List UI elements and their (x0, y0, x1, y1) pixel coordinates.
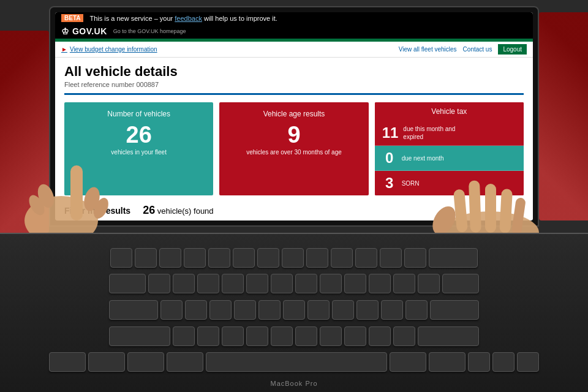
key-n[interactable] (295, 326, 317, 346)
key[interactable] (380, 248, 402, 268)
key-left[interactable] (468, 352, 490, 372)
key-slash[interactable] (393, 326, 415, 346)
key-p[interactable] (369, 274, 391, 293)
filter-bar: Filter my results 26 vehicle(s) found (64, 204, 524, 217)
key[interactable] (110, 248, 132, 268)
key-z[interactable] (173, 326, 195, 346)
key-x[interactable] (197, 326, 219, 346)
tax-row-1[interactable]: 0 due next month (375, 146, 524, 171)
govuk-header: ♔ GOV.UK Go to the GOV.UK homepage (55, 24, 533, 42)
key-q[interactable] (148, 274, 170, 293)
key-semicolon[interactable] (381, 300, 403, 320)
key-bracket-l[interactable] (393, 274, 415, 293)
key-c[interactable] (222, 326, 244, 346)
page-title: All vehicle details (64, 64, 524, 80)
service-header: ► View budget change information View al… (55, 42, 533, 58)
key-ctrl[interactable] (88, 352, 125, 372)
key-m[interactable] (320, 326, 342, 346)
key-space[interactable] (206, 352, 387, 372)
key-y[interactable] (271, 274, 293, 293)
keyboard-keys (49, 246, 539, 374)
side-object-right (539, 12, 588, 221)
key[interactable] (404, 248, 426, 268)
key[interactable] (233, 248, 255, 268)
key-f[interactable] (234, 300, 256, 320)
budget-info[interactable]: ► View budget change information (61, 46, 157, 53)
age-card-subtitle: vehicles are over 30 months of age (227, 149, 361, 156)
main-content: All vehicle details Fleet reference numb… (55, 58, 533, 221)
beta-text: This is a new service – your feedback wi… (89, 15, 277, 22)
vehicles-card: Number of vehicles 26 vehicles in your f… (64, 102, 213, 195)
key-a[interactable] (160, 300, 183, 320)
key[interactable] (135, 248, 157, 268)
key-t[interactable] (246, 274, 268, 293)
budget-link-text: View budget change information (70, 46, 157, 53)
key-caps[interactable] (109, 300, 158, 320)
tax-row-0[interactable]: 11 due this month andexpired (375, 121, 524, 146)
key-r[interactable] (222, 274, 244, 293)
age-card-count: 9 (227, 123, 361, 146)
tax-label-2: SORN (402, 179, 420, 187)
key-h[interactable] (283, 300, 305, 320)
key-comma[interactable] (344, 326, 366, 346)
logout-button[interactable]: Logout (498, 44, 527, 55)
budget-arrow-icon: ► (61, 46, 67, 53)
tax-count-2: 3 (382, 175, 397, 192)
key-fn[interactable] (49, 352, 86, 372)
key[interactable] (282, 248, 304, 268)
key-l[interactable] (356, 300, 379, 320)
key[interactable] (355, 248, 377, 268)
side-object-left (0, 31, 49, 233)
key-s[interactable] (185, 300, 207, 320)
key-e[interactable] (197, 274, 219, 293)
key-tab[interactable] (109, 274, 146, 293)
key[interactable] (184, 248, 206, 268)
key[interactable] (306, 248, 328, 268)
key[interactable] (331, 248, 353, 268)
laptop-screen-bezel: BETA This is a new service – your feedba… (49, 6, 539, 227)
age-card: Vehicle age results 9 vehicles are over … (219, 102, 368, 195)
beta-banner: BETA This is a new service – your feedba… (55, 12, 533, 24)
key-w[interactable] (173, 274, 195, 293)
key-u[interactable] (295, 274, 317, 293)
key-shift-l[interactable] (109, 326, 170, 346)
key-v[interactable] (246, 326, 268, 346)
results-label: vehicle(s) found (157, 206, 214, 216)
key-b[interactable] (271, 326, 293, 346)
feedback-link[interactable]: feedback (175, 15, 202, 22)
age-card-title: Vehicle age results (227, 110, 361, 118)
key-return[interactable] (430, 300, 479, 320)
url-hint: www.gov.uk (64, 219, 524, 221)
macbook-label: MacBook Pro (270, 380, 317, 387)
key-d[interactable] (209, 300, 232, 320)
key-k[interactable] (332, 300, 354, 320)
key-g[interactable] (258, 300, 281, 320)
key-j[interactable] (307, 300, 330, 320)
key-o[interactable] (344, 274, 366, 293)
key-period[interactable] (369, 326, 391, 346)
key-up[interactable] (492, 352, 514, 372)
key[interactable] (208, 248, 230, 268)
key[interactable] (159, 248, 181, 268)
key-right[interactable] (517, 352, 539, 372)
cards-grid: Number of vehicles 26 vehicles in your f… (64, 102, 524, 195)
key-i[interactable] (320, 274, 342, 293)
key-alt-l[interactable] (127, 352, 164, 372)
key-cmd-r[interactable] (390, 352, 426, 372)
browser-content: BETA This is a new service – your feedba… (55, 12, 533, 221)
results-number: 26 (143, 204, 155, 216)
key-cmd-l[interactable] (167, 352, 203, 372)
key-quote[interactable] (405, 300, 428, 320)
key-alt-r[interactable] (429, 352, 466, 372)
tax-row-2[interactable]: 3 SORN (375, 171, 524, 195)
fleet-vehicles-link[interactable]: View all fleet vehicles (399, 46, 457, 53)
key-backslash[interactable] (442, 274, 479, 293)
key-shift-r[interactable] (418, 326, 479, 346)
contact-link[interactable]: Contact us (463, 46, 492, 53)
tax-label-1: due next month (402, 154, 444, 162)
key-bracket-r[interactable] (418, 274, 440, 293)
key-delete[interactable] (429, 248, 478, 268)
key[interactable] (257, 248, 279, 268)
govuk-homepage-link[interactable]: Go to the GOV.UK homepage (113, 28, 186, 34)
vehicles-card-subtitle: vehicles in your fleet (72, 149, 206, 156)
